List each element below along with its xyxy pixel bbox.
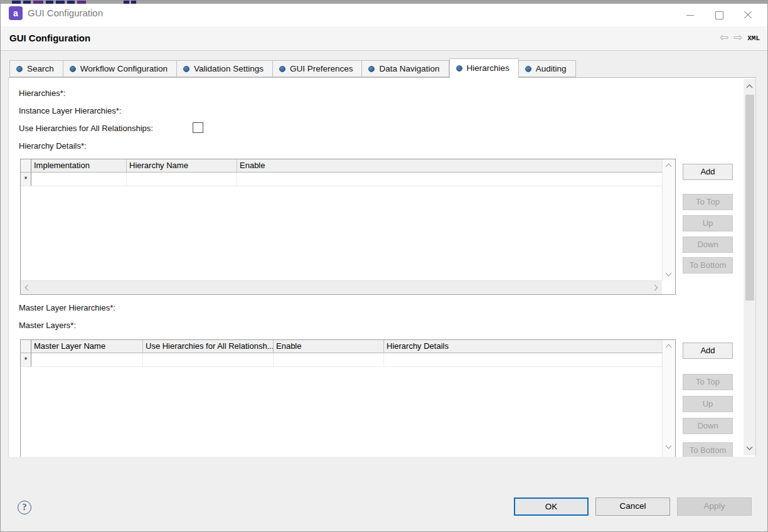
hierarchy-to-top-button[interactable]: To Top: [683, 194, 733, 210]
new-row-marker: *: [21, 173, 31, 186]
apply-button[interactable]: Apply: [677, 497, 752, 516]
tab-dot-icon: [456, 65, 462, 72]
tab-gui-preferences[interactable]: GUI Preferences: [273, 60, 363, 77]
table-row[interactable]: *: [21, 353, 675, 367]
tab-dot-icon: [16, 66, 23, 72]
xml-button[interactable]: XML: [747, 33, 760, 42]
tab-data-navigation[interactable]: Data Navigation: [362, 60, 449, 77]
scroll-up-icon[interactable]: [747, 85, 753, 91]
column-header-enable[interactable]: Enable: [237, 159, 675, 172]
column-header-implementation[interactable]: Implementation: [31, 159, 127, 172]
hierarchy-details-table[interactable]: Implementation Hierarchy Name Enable *: [20, 159, 676, 295]
scroll-up-icon[interactable]: [666, 344, 672, 351]
tab-label: Hierarchies: [467, 63, 509, 73]
cell-use-hierarchies[interactable]: [143, 353, 274, 366]
column-header-hierarchy-name[interactable]: Hierarchy Name: [127, 159, 237, 172]
scroll-up-icon[interactable]: [666, 164, 672, 170]
master-down-button[interactable]: Down: [683, 418, 733, 434]
cell-enable[interactable]: [237, 173, 675, 186]
row-header-column: [21, 159, 31, 172]
column-header-use-hierarchies[interactable]: Use Hierarchies for All Relationsh...: [143, 340, 274, 353]
panel-vertical-scrollbar[interactable]: [744, 79, 756, 455]
master-up-button[interactable]: Up: [683, 396, 733, 412]
back-arrow-icon[interactable]: ⇦: [720, 31, 728, 44]
window-title: GUI Configuration: [28, 8, 103, 18]
maximize-button[interactable]: [705, 4, 733, 26]
master-to-bottom-button[interactable]: To Bottom: [683, 442, 733, 457]
tab-dot-icon: [525, 66, 531, 72]
page-title: GUI Configuration: [9, 33, 90, 43]
hierarchy-details-label: Hierarchy Details*:: [19, 141, 87, 151]
tab-label: Search: [27, 64, 54, 73]
cell-hierarchy-details[interactable]: [384, 353, 675, 366]
ok-button[interactable]: OK: [514, 497, 589, 516]
column-header-hierarchy-details[interactable]: Hierarchy Details: [384, 340, 675, 353]
table-header-row: Implementation Hierarchy Name Enable: [21, 159, 675, 173]
hierarchy-to-bottom-button[interactable]: To Bottom: [683, 257, 733, 274]
use-hierarchies-label: Use Hierarchies for All Relationships:: [19, 124, 153, 133]
master-layers-label: Master Layers*:: [19, 321, 76, 330]
window-controls: [676, 4, 762, 26]
tab-hierarchies[interactable]: Hierarchies: [449, 58, 519, 78]
hierarchy-up-button[interactable]: Up: [683, 215, 733, 231]
master-add-button[interactable]: Add: [683, 343, 733, 359]
new-row-marker: *: [21, 353, 31, 366]
minimize-button[interactable]: [676, 4, 705, 26]
column-header-enable[interactable]: Enable: [274, 340, 384, 353]
tab-bar: Search Workflow Configuration Validation…: [1, 51, 767, 77]
title-bar: a GUI Configuration: [1, 4, 767, 26]
scroll-left-icon[interactable]: [25, 285, 31, 291]
table-row[interactable]: *: [21, 173, 675, 186]
use-hierarchies-checkbox[interactable]: [193, 122, 203, 133]
tab-dot-icon: [368, 66, 375, 72]
dialog-footer: ? OK Cancel Apply: [1, 457, 767, 532]
master-layer-hierarchies-label: Master Layer Hierarchies*:: [19, 303, 115, 312]
cell-implementation[interactable]: [31, 173, 127, 186]
app-icon: a: [9, 6, 23, 20]
dialog-header: GUI Configuration ⇦ ⇨ XML: [1, 26, 767, 51]
forward-arrow-icon[interactable]: ⇨: [733, 31, 742, 44]
minimize-icon: [686, 15, 694, 16]
tab-auditing[interactable]: Auditing: [519, 60, 576, 77]
tab-dot-icon: [183, 66, 189, 72]
cell-enable[interactable]: [274, 353, 384, 366]
tab-label: Validation Settings: [194, 64, 264, 73]
tab-validation-settings[interactable]: Validation Settings: [177, 60, 273, 77]
row-header-column: [21, 340, 31, 353]
tab-workflow-configuration[interactable]: Workflow Configuration: [63, 60, 177, 77]
tab-search[interactable]: Search: [9, 60, 63, 77]
tab-label: GUI Preferences: [290, 64, 353, 73]
table-horizontal-scrollbar[interactable]: [21, 280, 662, 294]
tab-label: Auditing: [536, 64, 567, 73]
gui-configuration-dialog: a GUI Configuration GUI Configuration ⇦ …: [0, 0, 768, 532]
column-header-master-layer-name[interactable]: Master Layer Name: [31, 340, 143, 353]
master-to-top-button[interactable]: To Top: [683, 374, 733, 390]
header-toolbar: ⇦ ⇨ XML: [720, 31, 760, 44]
cell-master-layer-name[interactable]: [31, 353, 143, 366]
tab-strip: Search Workflow Configuration Validation…: [9, 58, 576, 77]
hierarchy-add-button[interactable]: Add: [683, 164, 733, 180]
hierarchies-label: Hierarchies*:: [19, 88, 65, 98]
close-button[interactable]: [733, 4, 762, 26]
cancel-button[interactable]: Cancel: [595, 497, 670, 516]
scroll-down-icon[interactable]: [747, 444, 753, 450]
table-header-row: Master Layer Name Use Hierarchies for Al…: [21, 340, 675, 353]
tab-label: Data Navigation: [379, 64, 439, 73]
close-icon: [744, 11, 752, 19]
tab-dot-icon: [279, 66, 285, 72]
maximize-icon: [715, 11, 723, 19]
tab-label: Workflow Configuration: [80, 64, 168, 73]
help-button[interactable]: ?: [18, 501, 31, 514]
scroll-down-icon[interactable]: [666, 270, 672, 277]
table-vertical-scrollbar[interactable]: [662, 159, 675, 280]
cell-hierarchy-name[interactable]: [127, 173, 237, 186]
scrollbar-thumb[interactable]: [745, 95, 754, 301]
scroll-down-icon[interactable]: [666, 443, 672, 449]
master-layers-table[interactable]: Master Layer Name Use Hierarchies for Al…: [20, 339, 676, 457]
instance-layer-hierarchies-label: Instance Layer Hierarchies*:: [19, 106, 121, 115]
scroll-right-icon[interactable]: [652, 285, 658, 291]
hierarchies-tab-panel: Hierarchies*: Instance Layer Hierarchies…: [8, 77, 756, 457]
table-vertical-scrollbar[interactable]: [662, 340, 675, 457]
hierarchy-down-button[interactable]: Down: [683, 237, 733, 253]
tab-dot-icon: [70, 66, 76, 72]
